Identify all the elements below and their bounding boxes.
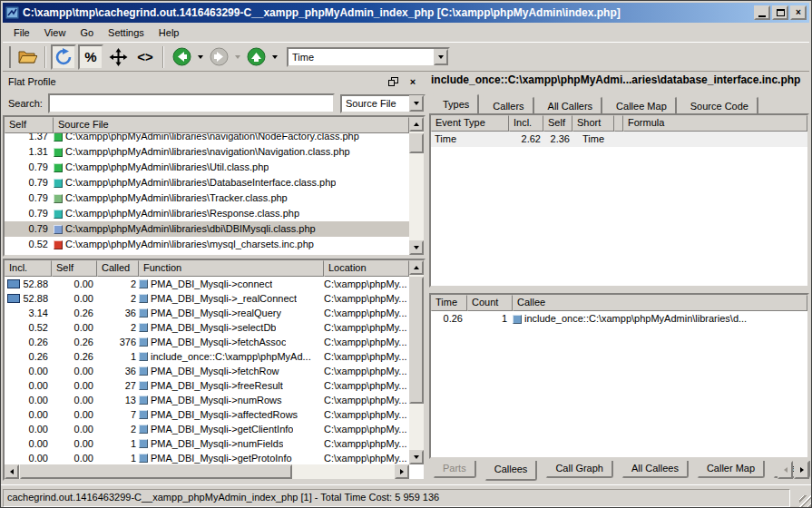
menu-item[interactable]: File xyxy=(6,25,37,40)
menu-item[interactable]: View xyxy=(37,25,73,40)
event-type-cell: Time xyxy=(431,132,509,147)
function-row[interactable]: 52.88 0.00 2 PMA_DBI_Mysqli->connect C:\… xyxy=(5,277,409,291)
function-row[interactable]: 0.00 0.00 2 PMA_DBI_Mysqli->getClientInf… xyxy=(5,422,409,436)
toolbar-handle[interactable] xyxy=(5,46,11,68)
scroll-thumb[interactable] xyxy=(409,133,424,153)
dock-titlebar[interactable]: Flat Profile × xyxy=(3,73,426,90)
scroll-up-button[interactable] xyxy=(409,260,424,275)
column-header-source-file[interactable]: Source File xyxy=(54,117,409,133)
resize-grip[interactable] xyxy=(799,495,812,508)
file-type-icon xyxy=(54,194,63,203)
source-file-row[interactable]: 0.79 C:\xampp\phpMyAdmin\libraries\dbi\D… xyxy=(5,221,409,237)
column-header-formula[interactable]: Formula xyxy=(623,115,807,132)
function-row[interactable]: 0.00 0.00 27 PMA_DBI_Mysqli->freeResult … xyxy=(5,378,409,393)
event-type-selector[interactable]: Time xyxy=(287,47,450,67)
function-name-cell: PMA_DBI_Mysqli->freeResult xyxy=(151,378,283,393)
function-row[interactable]: 0.00 0.00 36 PMA_DBI_Mysqli->fetchRow C:… xyxy=(5,364,409,378)
location-cell: C:\xampp\phpMy... xyxy=(324,320,409,335)
function-row[interactable]: 0.00 0.00 13 PMA_DBI_Mysqli->numRows C:\… xyxy=(5,393,409,407)
column-header-incl[interactable]: Incl. xyxy=(5,260,52,277)
expand-button[interactable]: <> xyxy=(132,44,158,70)
column-header-event-type[interactable]: Event Type xyxy=(431,115,509,132)
dock-layout-button[interactable] xyxy=(105,44,131,70)
source-file-row[interactable]: 0.52 C:\xampp\phpMyAdmin\libraries\mysql… xyxy=(5,237,409,252)
back-button[interactable] xyxy=(169,44,194,70)
title-bar[interactable]: C:\xampp\tmp\cachegrind.out.1416463299-C… xyxy=(3,3,809,23)
function-row[interactable]: 0.26 0.26 376 PMA_DBI_Mysqli->fetchAssoc… xyxy=(5,335,409,349)
source-file-row[interactable]: 1.31 C:\xampp\phpMyAdmin\libraries\navig… xyxy=(5,144,409,160)
bottom-tab[interactable]: Parts xyxy=(433,461,476,478)
function-row[interactable]: 52.88 0.00 2 PMA_DBI_Mysqli->_realConnec… xyxy=(5,291,409,306)
function-row[interactable]: 3.14 0.26 36 PMA_DBI_Mysqli->realQuery C… xyxy=(5,306,409,320)
open-file-button[interactable] xyxy=(15,44,40,70)
up-button[interactable] xyxy=(243,44,269,70)
scroll-up-button[interactable] xyxy=(409,117,424,132)
column-header-function[interactable]: Function xyxy=(139,260,324,277)
function-row[interactable]: 0.52 0.00 2 PMA_DBI_Mysqli->selectDb C:\… xyxy=(5,320,409,335)
combo-arrow-button[interactable] xyxy=(409,95,424,112)
percentage-toggle-button[interactable]: % xyxy=(78,44,103,70)
column-header-time[interactable]: Time xyxy=(431,295,467,311)
source-file-row[interactable]: 1.37 C:\xampp\phpMyAdmin\libraries\navig… xyxy=(5,133,409,144)
column-header-location[interactable]: Location xyxy=(324,260,409,277)
column-header-self[interactable]: Self xyxy=(52,260,97,277)
bottom-tab[interactable]: All Callees xyxy=(621,461,689,478)
function-row[interactable]: 0.00 0.00 1 PMA_DBI_Mysqli->getProtoInfo… xyxy=(5,451,409,464)
source-file-row[interactable]: 0.79 C:\xampp\phpMyAdmin\libraries\Datab… xyxy=(5,175,409,190)
column-header-self[interactable]: Self xyxy=(5,117,54,133)
source-file-row[interactable]: 0.52 C:\xampp\phpMyAdmin\libraries\user_… xyxy=(5,252,409,255)
function-table-vscrollbar[interactable] xyxy=(409,260,424,464)
reload-button[interactable] xyxy=(51,44,76,70)
scroll-left-button[interactable] xyxy=(5,464,19,479)
bottom-tab[interactable]: Call Graph xyxy=(545,461,613,478)
column-header-self[interactable]: Self xyxy=(543,115,572,132)
column-header-short[interactable]: Short xyxy=(572,115,614,132)
minimize-button[interactable] xyxy=(754,5,770,20)
scroll-right-button[interactable] xyxy=(395,464,409,479)
close-button[interactable]: × xyxy=(790,5,807,20)
detail-tab[interactable]: Source Code xyxy=(680,96,758,113)
function-row[interactable]: 0.00 0.00 1 PMA_DBI_Mysqli->numFields C:… xyxy=(5,436,409,451)
menu-bar: File View Go Settings Help xyxy=(3,23,809,42)
column-header-count[interactable]: Count xyxy=(467,295,513,311)
dock-float-button[interactable] xyxy=(386,75,400,88)
menu-item[interactable]: Settings xyxy=(101,25,152,40)
detail-tab[interactable]: Types xyxy=(433,93,479,113)
file-path-cell: C:\xampp\phpMyAdmin\libraries\Tracker.cl… xyxy=(65,190,288,206)
forward-button[interactable] xyxy=(206,44,231,70)
back-dropdown[interactable] xyxy=(195,44,205,70)
scroll-down-button[interactable] xyxy=(409,450,424,464)
scroll-thumb[interactable] xyxy=(20,464,292,479)
bottom-tab[interactable]: Caller Map xyxy=(697,461,765,478)
menu-item[interactable]: Help xyxy=(152,25,187,40)
detail-tab[interactable]: All Callers xyxy=(538,96,603,113)
tab-scroll-right-button[interactable] xyxy=(794,461,809,479)
column-header-callee[interactable]: Callee xyxy=(513,295,807,311)
search-input[interactable] xyxy=(48,93,335,113)
scroll-thumb[interactable] xyxy=(409,277,424,404)
menu-item[interactable]: Go xyxy=(73,25,101,40)
bottom-tab[interactable]: Callees xyxy=(484,461,538,481)
source-file-row[interactable]: 0.79 C:\xampp\phpMyAdmin\libraries\Util.… xyxy=(5,160,409,175)
detail-tab[interactable]: Callers xyxy=(483,96,533,113)
source-list-vscrollbar[interactable] xyxy=(409,117,424,255)
tab-scroll-left-button[interactable] xyxy=(778,461,793,479)
column-header-called[interactable]: Called xyxy=(97,260,139,277)
source-file-row[interactable]: 0.79 C:\xampp\phpMyAdmin\libraries\Respo… xyxy=(5,206,409,221)
scroll-down-button[interactable] xyxy=(409,240,424,255)
dock-close-button[interactable]: × xyxy=(406,75,420,88)
function-table-hscrollbar[interactable] xyxy=(5,464,409,479)
group-by-selector[interactable]: Source File xyxy=(340,94,426,113)
event-type-row[interactable]: Time 2.62 2.36 Time xyxy=(431,132,807,147)
detail-tab[interactable]: Callee Map xyxy=(606,96,677,113)
source-file-row[interactable]: 0.79 C:\xampp\phpMyAdmin\libraries\Track… xyxy=(5,190,409,206)
combo-arrow-button[interactable] xyxy=(434,49,448,65)
column-header-incl[interactable]: Incl. xyxy=(509,115,543,132)
callee-row[interactable]: 0.26 1 include_once::C:\xampp\phpMyAdmin… xyxy=(431,311,807,327)
function-row[interactable]: 0.26 0.26 1 include_once::C:\xampp\phpMy… xyxy=(5,349,409,364)
up-dropdown[interactable] xyxy=(269,44,279,70)
maximize-button[interactable] xyxy=(772,5,788,20)
function-row[interactable]: 0.00 0.00 7 PMA_DBI_Mysqli->affectedRows… xyxy=(5,407,409,422)
forward-dropdown[interactable] xyxy=(232,44,242,70)
called-cell: 7 xyxy=(97,407,139,422)
